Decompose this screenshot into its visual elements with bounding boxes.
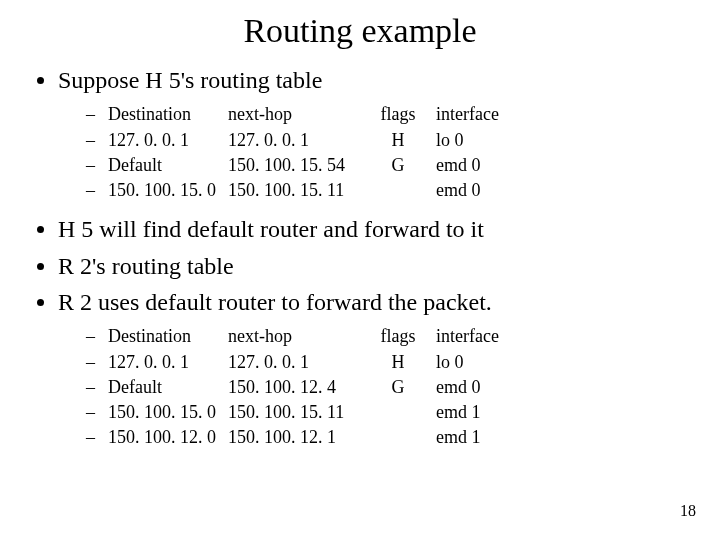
bullet-item: Suppose H 5's routing table – Destinatio… (58, 64, 690, 203)
col-interface: interface (428, 324, 526, 349)
bullet-text: Suppose H 5's routing table (58, 67, 322, 93)
bullet-list: Suppose H 5's routing table – Destinatio… (30, 64, 690, 450)
col-flags: flags (368, 324, 428, 349)
table-header-row: – Destination next-hop flags interface (86, 102, 690, 127)
cell-interface: emd 0 (428, 375, 526, 400)
cell-interface: emd 0 (428, 178, 526, 203)
cell-interface: lo 0 (428, 128, 526, 153)
bullet-item: R 2 uses default router to forward the p… (58, 286, 690, 450)
dash-icon: – (86, 324, 108, 349)
bullet-item: H 5 will find default router and forward… (58, 213, 690, 245)
cell-next-hop: 150. 100. 12. 1 (228, 425, 368, 450)
cell-flags: H (368, 128, 428, 153)
dash-icon: – (86, 128, 108, 153)
cell-destination: Default (108, 153, 228, 178)
table-row: – Default 150. 100. 15. 54 G emd 0 (86, 153, 690, 178)
cell-interface: emd 0 (428, 153, 526, 178)
cell-destination: 150. 100. 15. 0 (108, 400, 228, 425)
slide-title: Routing example (30, 12, 690, 50)
cell-next-hop: 127. 0. 0. 1 (228, 350, 368, 375)
cell-next-hop: 127. 0. 0. 1 (228, 128, 368, 153)
dash-icon: – (86, 178, 108, 203)
cell-flags: G (368, 153, 428, 178)
col-interface: interface (428, 102, 526, 127)
cell-interface: emd 1 (428, 400, 526, 425)
slide: Routing example Suppose H 5's routing ta… (0, 0, 720, 540)
table-row: – 150. 100. 12. 0 150. 100. 12. 1 emd 1 (86, 425, 690, 450)
cell-next-hop: 150. 100. 15. 54 (228, 153, 368, 178)
col-flags: flags (368, 102, 428, 127)
table-row: – 150. 100. 15. 0 150. 100. 15. 11 emd 0 (86, 178, 690, 203)
cell-destination: Default (108, 375, 228, 400)
dash-icon: – (86, 375, 108, 400)
col-next-hop: next-hop (228, 324, 368, 349)
bullet-text: H 5 will find default router and forward… (58, 216, 484, 242)
cell-interface: emd 1 (428, 425, 526, 450)
table-row: – 127. 0. 0. 1 127. 0. 0. 1 H lo 0 (86, 128, 690, 153)
table-row: – 150. 100. 15. 0 150. 100. 15. 11 emd 1 (86, 400, 690, 425)
table-row: – Default 150. 100. 12. 4 G emd 0 (86, 375, 690, 400)
table-row: – 127. 0. 0. 1 127. 0. 0. 1 H lo 0 (86, 350, 690, 375)
cell-next-hop: 150. 100. 12. 4 (228, 375, 368, 400)
cell-destination: 127. 0. 0. 1 (108, 128, 228, 153)
col-destination: Destination (108, 324, 228, 349)
dash-icon: – (86, 425, 108, 450)
dash-icon: – (86, 400, 108, 425)
bullet-item: R 2's routing table (58, 250, 690, 282)
cell-destination: 127. 0. 0. 1 (108, 350, 228, 375)
cell-destination: 150. 100. 15. 0 (108, 178, 228, 203)
table-header-row: – Destination next-hop flags interface (86, 324, 690, 349)
cell-next-hop: 150. 100. 15. 11 (228, 178, 368, 203)
dash-icon: – (86, 102, 108, 127)
bullet-text: R 2's routing table (58, 253, 234, 279)
cell-interface: lo 0 (428, 350, 526, 375)
dash-icon: – (86, 153, 108, 178)
cell-next-hop: 150. 100. 15. 11 (228, 400, 368, 425)
col-next-hop: next-hop (228, 102, 368, 127)
cell-flags: H (368, 350, 428, 375)
routing-table-h5: – Destination next-hop flags interface –… (58, 102, 690, 203)
bullet-text: R 2 uses default router to forward the p… (58, 289, 492, 315)
cell-flags: G (368, 375, 428, 400)
cell-destination: 150. 100. 12. 0 (108, 425, 228, 450)
dash-icon: – (86, 350, 108, 375)
col-destination: Destination (108, 102, 228, 127)
page-number: 18 (680, 502, 696, 520)
routing-table-r2: – Destination next-hop flags interface –… (58, 324, 690, 450)
